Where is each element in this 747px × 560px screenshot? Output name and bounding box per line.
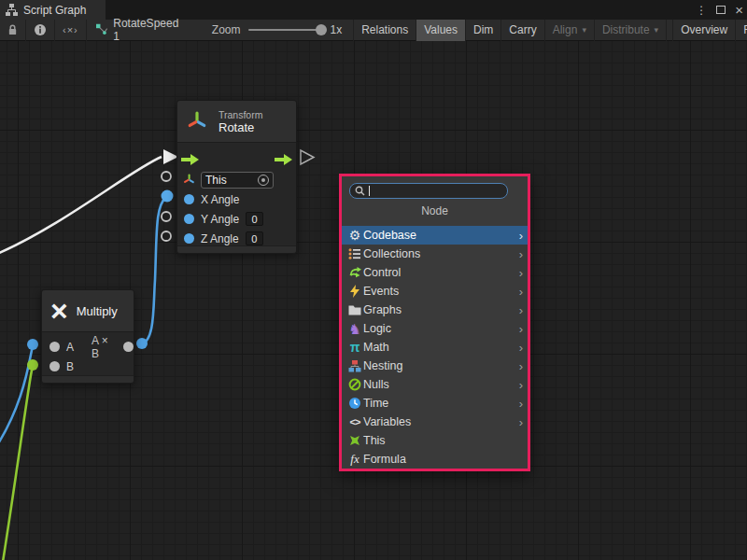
- text-caret: [369, 186, 370, 196]
- zoom-control: Zoom 1x: [190, 23, 353, 36]
- close-icon[interactable]: ×: [735, 3, 743, 17]
- zoom-slider[interactable]: [248, 29, 323, 31]
- dim-button[interactable]: Dim: [466, 20, 501, 41]
- finder-item-logic[interactable]: ♞ Logic ›: [342, 319, 528, 338]
- align-dropdown-icon: ▾: [582, 25, 586, 35]
- zoom-label: Zoom: [212, 23, 241, 36]
- y-angle-input[interactable]: 0: [246, 212, 263, 226]
- zoom-slider-handle[interactable]: [316, 24, 327, 35]
- port-label: Y Angle: [201, 213, 239, 226]
- events-icon: [346, 285, 363, 298]
- chevron-right-icon: ›: [519, 341, 523, 355]
- finder-item-label: Nulls: [363, 378, 389, 391]
- flow-output-icon[interactable]: [275, 154, 292, 165]
- node-multiply[interactable]: × Multiply A A × B B: [41, 289, 134, 384]
- align-label: Align: [553, 23, 578, 36]
- graph-toolbar: ‹×› RotateSpeed 1 Zoom 1x Relations Valu…: [0, 20, 747, 41]
- value-port-icon[interactable]: [184, 233, 194, 244]
- finder-item-nesting[interactable]: Nesting ›: [342, 357, 528, 375]
- port-row-y-angle[interactable]: Y Angle 0: [177, 209, 296, 229]
- flow-port-row: [177, 149, 296, 170]
- dim-label: Dim: [473, 23, 493, 36]
- tab-label: Script Graph: [23, 4, 86, 17]
- code-view-button[interactable]: ‹×›: [55, 20, 87, 41]
- finder-item-codebase[interactable]: ⚙ Codebase ›: [342, 226, 528, 245]
- output-port-icon[interactable]: [123, 342, 134, 352]
- node-header[interactable]: Transform Rotate: [177, 101, 296, 143]
- maximize-icon[interactable]: [716, 6, 726, 14]
- finder-item-time[interactable]: Time ›: [342, 394, 528, 413]
- info-icon: [34, 23, 47, 36]
- script-graph-icon: [6, 4, 18, 16]
- finder-item-label: Time: [363, 397, 388, 410]
- chevron-right-icon: ›: [519, 229, 523, 243]
- values-button[interactable]: Values: [416, 20, 466, 41]
- formula-icon: fx: [346, 452, 363, 467]
- transform-mini-icon: [182, 173, 196, 187]
- search-icon: [355, 186, 365, 196]
- this-port-row: This: [177, 170, 296, 189]
- node-subtitle: Transform: [218, 109, 262, 120]
- port-row-x-angle[interactable]: X Angle: [177, 189, 296, 209]
- value-port-icon[interactable]: [184, 194, 194, 204]
- lock-icon: [7, 23, 18, 36]
- node-transform-rotate[interactable]: Transform Rotate This X Angle: [176, 100, 297, 254]
- lock-button[interactable]: [0, 20, 26, 41]
- finder-item-formula[interactable]: fx Formula: [342, 450, 528, 469]
- z-angle-input[interactable]: 0: [246, 231, 263, 245]
- finder-item-label: Events: [363, 285, 399, 298]
- carry-button[interactable]: Carry: [501, 20, 544, 41]
- finder-item-label: Math: [363, 341, 389, 354]
- distribute-button[interactable]: Distribute ▾: [595, 20, 667, 41]
- nulls-icon: [346, 378, 363, 391]
- finder-item-events[interactable]: Events ›: [342, 282, 528, 301]
- chevron-right-icon: ›: [519, 303, 523, 317]
- node-header[interactable]: × Multiply: [42, 290, 134, 332]
- finder-item-label: Graphs: [363, 303, 402, 316]
- finder-item-label: Nesting: [363, 359, 402, 372]
- port-row-b[interactable]: B: [42, 357, 134, 376]
- window-menu-icon[interactable]: ⋮: [696, 4, 707, 17]
- this-icon: [346, 434, 363, 447]
- port-row-a[interactable]: A A × B: [42, 337, 134, 357]
- finder-header: Node: [342, 204, 528, 217]
- finder-search-field[interactable]: [349, 183, 508, 199]
- finder-item-collections[interactable]: Collections ›: [342, 245, 528, 263]
- multiply-icon: ×: [50, 296, 68, 326]
- node-footer: [42, 375, 134, 383]
- finder-item-graphs[interactable]: Graphs ›: [342, 301, 528, 319]
- distribute-label: Distribute: [602, 23, 650, 36]
- relations-button[interactable]: Relations: [353, 20, 416, 41]
- overview-label: Overview: [681, 23, 727, 36]
- finder-item-label: Formula: [363, 453, 406, 466]
- port-label: Z Angle: [201, 232, 239, 245]
- variables-icon: <>: [346, 416, 363, 427]
- finder-item-label: Logic: [363, 322, 391, 335]
- values-label: Values: [424, 23, 458, 36]
- value-port-icon[interactable]: [49, 361, 60, 371]
- node-title: Rotate: [218, 120, 262, 134]
- object-picker-icon[interactable]: [258, 175, 269, 186]
- graph-name-label: RotateSpeed 1: [113, 17, 180, 43]
- chevron-right-icon: ›: [519, 285, 523, 299]
- finder-item-control[interactable]: Control ›: [342, 263, 528, 282]
- finder-item-nulls[interactable]: Nulls ›: [342, 375, 528, 394]
- finder-item-label: Variables: [363, 415, 411, 428]
- finder-item-math[interactable]: π Math ›: [342, 338, 528, 357]
- overview-button[interactable]: Overview: [672, 20, 736, 41]
- align-button[interactable]: Align ▾: [545, 20, 595, 41]
- flow-input-icon[interactable]: [181, 154, 199, 165]
- control-icon: [346, 266, 363, 279]
- value-port-icon[interactable]: [184, 214, 194, 224]
- info-button[interactable]: [26, 20, 55, 41]
- node-title: Multiply: [77, 304, 118, 318]
- this-object-field[interactable]: This: [201, 172, 274, 189]
- value-port-icon[interactable]: [49, 342, 60, 352]
- fullscreen-button[interactable]: Full Screen: [736, 20, 747, 41]
- chevron-right-icon: ›: [519, 415, 523, 429]
- finder-item-variables[interactable]: <> Variables ›: [342, 413, 528, 431]
- finder-item-this[interactable]: This: [342, 431, 528, 450]
- port-label: A: [66, 341, 74, 354]
- distribute-dropdown-icon: ▾: [655, 25, 659, 35]
- graph-name: RotateSpeed 1: [87, 17, 190, 43]
